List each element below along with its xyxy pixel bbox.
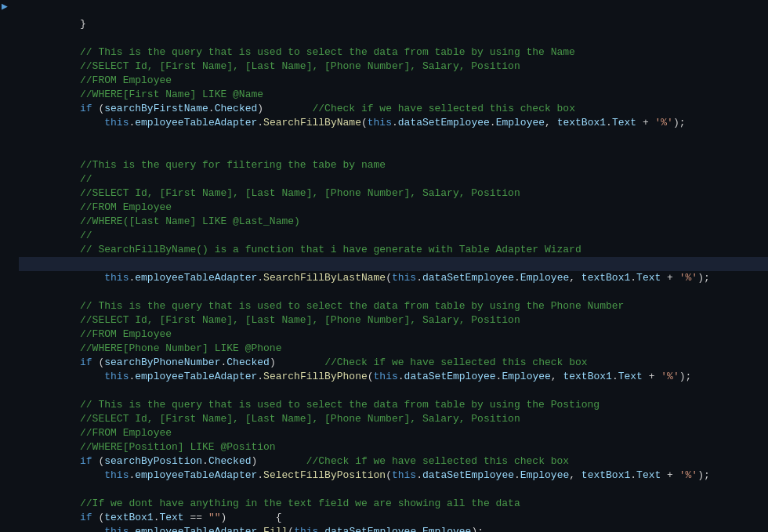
code-line: if (searchByPhoneNumber.Checked) //Check… [19,342,768,356]
code-line: //If we dont have anything in the text f… [19,483,768,497]
code-line: this.employeeTableAdapter.SearchFillByNa… [19,102,768,116]
code-line: //FROM Employee [19,313,768,328]
code-line: //This is the query for filtering the ta… [19,144,768,158]
code-line [19,17,768,31]
code-line [19,469,768,483]
code-line: if (searchByPosition.Checked) //Check if… [19,440,768,454]
code-line: } [19,525,768,532]
code-line: if (textBox1.Text == "") { [19,497,768,511]
code-line: this.employeeTableAdapter.SelectFillByPo… [19,454,768,469]
code-line: this.employeeTableAdapter.Fill(this.data… [19,511,768,525]
code-line: //FROM Employee [19,186,768,201]
code-line: //FROM Employee [19,60,768,74]
code-line: } [19,3,768,17]
code-content[interactable]: } // This is the query that is used to s… [6,0,768,532]
code-line: this.employeeTableAdapter.SearchFillByPh… [19,356,768,370]
code-line: // SearchFillByName() is a function that… [19,229,768,243]
code-line: // This is the query that is used to sel… [19,31,768,45]
code-line: if (searchByFirstName.Checked) //Check i… [19,88,768,102]
code-line: // This is the query that is used to sel… [19,384,768,398]
left-gutter: ▶ [0,0,6,532]
code-line [19,130,768,144]
code-editor: ▶ } // This is the query that is used to… [0,0,768,532]
code-line: //SELECT Id, [First Name], [Last Name], … [19,172,768,186]
code-line: // [19,215,768,229]
code-line: //SELECT Id, [First Name], [Last Name], … [19,398,768,412]
code-line: //WHERE[Position] LIKE @Position [19,426,768,440]
code-line: //SELECT Id, [First Name], [Last Name], … [19,299,768,313]
code-line: if (searchByLastName.Checked) //Check if… [19,243,768,257]
code-line [19,271,768,285]
code-line: //WHERE[First Name] LIKE @Name [19,74,768,88]
code-line: // [19,158,768,172]
code-line [19,370,768,384]
code-line: //FROM Employee [19,412,768,426]
code-line: //WHERE([Last Name] LIKE @Last_Name) [19,201,768,215]
code-line: //WHERE[Phone Number] LIKE @Phone [19,328,768,342]
code-line: //SELECT Id, [First Name], [Last Name], … [19,45,768,60]
code-line: // This is the query that is used to sel… [19,285,768,299]
code-line [19,116,768,130]
code-line-highlighted: this.employeeTableAdapter.SearchFillByLa… [19,257,768,271]
